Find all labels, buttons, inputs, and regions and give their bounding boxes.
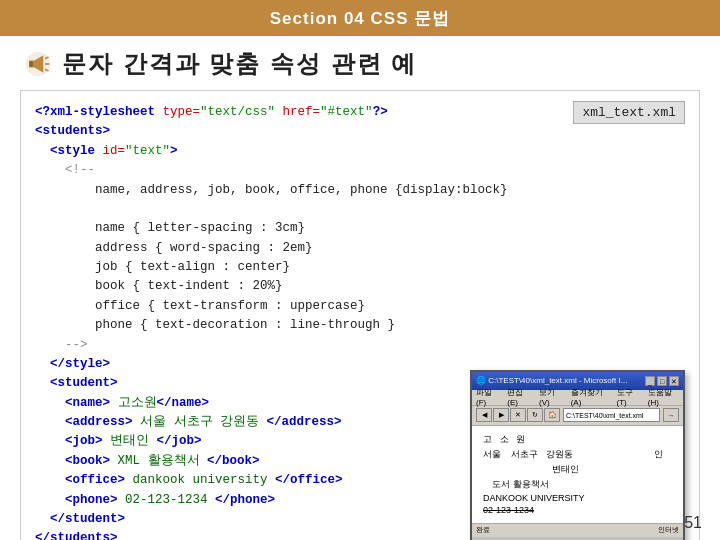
page-number: 51 bbox=[684, 514, 702, 532]
megaphone-icon bbox=[24, 50, 52, 78]
refresh-button[interactable]: ↻ bbox=[527, 408, 543, 422]
browser-toolbar: ◀ ▶ ✕ ↻ 🏠 C:\TEST\40\xml_text.xml → bbox=[472, 406, 683, 426]
section-title-bar: 문자 간격과 맞춤 속성 관련 예 bbox=[0, 36, 720, 90]
table-row: 변태인 bbox=[480, 462, 675, 477]
nav-buttons: ◀ ▶ ✕ ↻ 🏠 bbox=[476, 408, 560, 422]
maximize-button[interactable]: □ bbox=[657, 376, 667, 386]
go-button[interactable]: → bbox=[663, 408, 679, 422]
minimize-button[interactable]: _ bbox=[645, 376, 655, 386]
book-cell: 도서 활용책서 bbox=[480, 477, 651, 492]
main-content: xml_text.xml <?xml-stylesheet type="text… bbox=[20, 90, 700, 540]
phone-cell: 02-123-1234 bbox=[480, 504, 651, 516]
stop-button[interactable]: ✕ bbox=[510, 408, 526, 422]
table-row: 서울 서초구 강원동 인 bbox=[480, 447, 675, 462]
table-row: DANKOOK UNIVERSITY bbox=[480, 492, 675, 504]
svg-rect-2 bbox=[29, 61, 33, 66]
content-table: 고 소 원 서울 서초구 강원동 인 변태인 도서 활용책서 DANKOOK U… bbox=[480, 432, 675, 516]
menu-edit[interactable]: 편집(E) bbox=[507, 387, 531, 407]
name-cell: 고 소 원 bbox=[480, 432, 651, 447]
address-cell: 서울 서초구 강원동 bbox=[480, 447, 651, 462]
forward-button[interactable]: ▶ bbox=[493, 408, 509, 422]
back-button[interactable]: ◀ bbox=[476, 408, 492, 422]
zone-text: 인터넷 bbox=[658, 525, 679, 535]
table-row: 도서 활용책서 bbox=[480, 477, 675, 492]
address-end-cell: 인 bbox=[651, 447, 675, 462]
address-bar[interactable]: C:\TEST\40\xml_text.xml bbox=[563, 408, 660, 422]
header: Section 04 CSS 문법 bbox=[0, 0, 720, 36]
table-row: 02-123-1234 bbox=[480, 504, 675, 516]
header-title: Section 04 CSS 문법 bbox=[270, 7, 450, 30]
browser-window: 🌐 C:\TEST\40\xml_text.xml - Microsoft I.… bbox=[470, 370, 685, 540]
browser-content: 고 소 원 서울 서초구 강원동 인 변태인 도서 활용책서 DANKOOK U… bbox=[472, 426, 683, 523]
menu-tools[interactable]: 도구(T) bbox=[617, 387, 640, 407]
office-cell: DANKOOK UNIVERSITY bbox=[480, 492, 651, 504]
browser-titlebar-text: 🌐 C:\TEST\40\xml_text.xml - Microsoft I.… bbox=[476, 376, 643, 385]
table-row: 고 소 원 bbox=[480, 432, 675, 447]
xml-label: xml_text.xml bbox=[573, 101, 685, 124]
menu-help[interactable]: 도움말(H) bbox=[648, 387, 679, 407]
menu-favorites[interactable]: 즐겨찾기(A) bbox=[571, 387, 609, 407]
browser-statusbar: 완료 인터넷 bbox=[472, 523, 683, 537]
section-title-text: 문자 간격과 맞춤 속성 관련 예 bbox=[62, 48, 417, 80]
status-text: 완료 bbox=[476, 525, 490, 535]
job-cell: 변태인 bbox=[480, 462, 651, 477]
menu-view[interactable]: 보기(V) bbox=[539, 387, 563, 407]
browser-menu-bar: 파일(F) 편집(E) 보기(V) 즐겨찾기(A) 도구(T) 도움말(H) bbox=[472, 390, 683, 406]
menu-file[interactable]: 파일(F) bbox=[476, 387, 499, 407]
close-button[interactable]: ✕ bbox=[669, 376, 679, 386]
home-button[interactable]: 🏠 bbox=[544, 408, 560, 422]
